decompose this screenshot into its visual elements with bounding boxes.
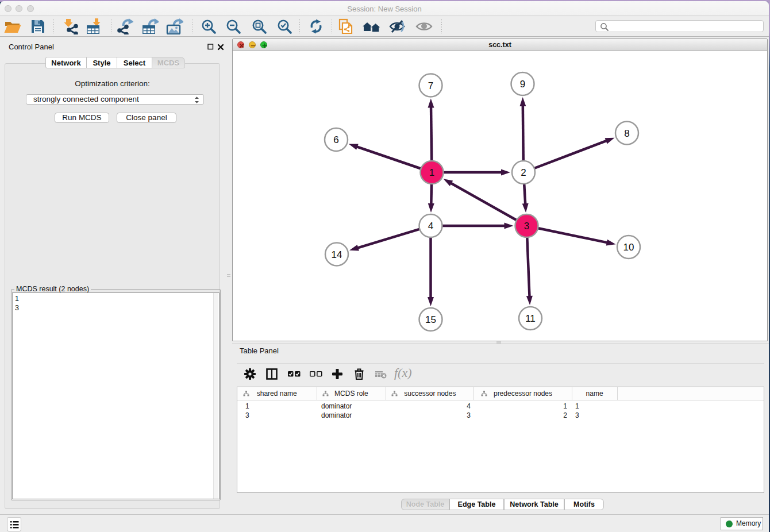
- svg-text:15: 15: [425, 314, 436, 325]
- svg-text:8: 8: [624, 128, 629, 139]
- svg-text:7: 7: [428, 80, 433, 91]
- svg-text:3: 3: [524, 221, 529, 232]
- svg-text:6: 6: [333, 134, 338, 145]
- svg-text:2: 2: [521, 167, 526, 178]
- svg-text:9: 9: [520, 79, 525, 90]
- svg-text:11: 11: [525, 313, 536, 324]
- svg-text:14: 14: [332, 249, 342, 260]
- svg-text:4: 4: [428, 221, 433, 232]
- svg-text:10: 10: [623, 242, 634, 253]
- svg-text:1: 1: [429, 167, 434, 178]
